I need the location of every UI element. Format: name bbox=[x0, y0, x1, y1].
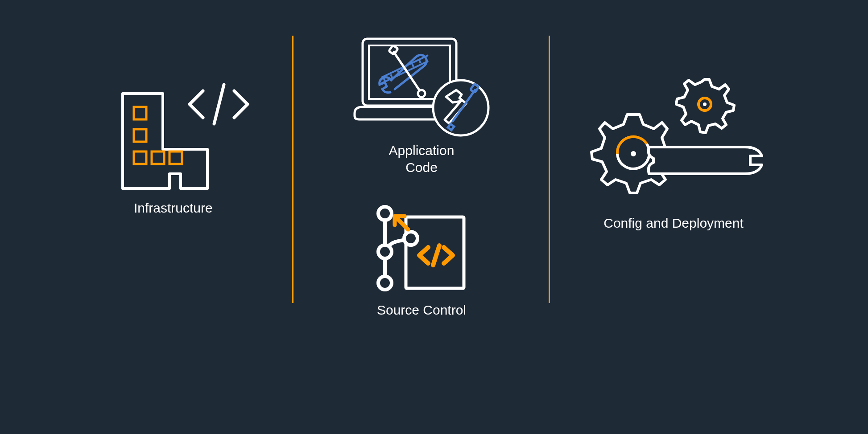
infrastructure-label: Infrastructure bbox=[120, 200, 213, 217]
column-middle: Application Code bbox=[292, 0, 549, 349]
svg-rect-3 bbox=[152, 151, 164, 164]
svg-point-25 bbox=[378, 245, 392, 258]
svg-rect-2 bbox=[134, 151, 146, 164]
svg-point-18 bbox=[418, 90, 425, 97]
svg-point-31 bbox=[703, 102, 707, 106]
application-code-icon bbox=[346, 37, 497, 137]
svg-line-14 bbox=[412, 64, 413, 67]
infrastructure-icon bbox=[120, 80, 250, 192]
column-config-deployment: Config and Deployment bbox=[549, 0, 779, 349]
svg-point-24 bbox=[378, 207, 392, 220]
infrastructure-tile: Infrastructure bbox=[120, 80, 250, 217]
svg-rect-4 bbox=[169, 151, 182, 164]
svg-rect-1 bbox=[134, 129, 146, 142]
application-code-tile: Application Code bbox=[346, 37, 497, 176]
svg-point-27 bbox=[404, 232, 417, 245]
diagram-canvas: Infrastructure bbox=[89, 0, 779, 349]
svg-point-32 bbox=[631, 151, 636, 156]
config-deployment-icon bbox=[580, 71, 767, 205]
source-control-tile: Source Control bbox=[368, 203, 475, 319]
svg-point-19 bbox=[433, 80, 488, 135]
source-control-label: Source Control bbox=[377, 302, 466, 319]
svg-line-5 bbox=[214, 85, 224, 124]
config-deployment-label: Config and Deployment bbox=[603, 215, 744, 232]
column-infrastructure: Infrastructure bbox=[89, 0, 292, 349]
svg-rect-17 bbox=[389, 45, 398, 54]
source-control-icon bbox=[372, 203, 471, 296]
svg-line-15 bbox=[419, 60, 421, 63]
config-deployment-tile: Config and Deployment bbox=[580, 71, 767, 232]
svg-line-29 bbox=[433, 246, 439, 265]
svg-point-26 bbox=[378, 276, 392, 290]
application-code-label: Application Code bbox=[389, 142, 455, 176]
svg-line-11 bbox=[391, 74, 392, 78]
svg-rect-0 bbox=[134, 107, 146, 119]
